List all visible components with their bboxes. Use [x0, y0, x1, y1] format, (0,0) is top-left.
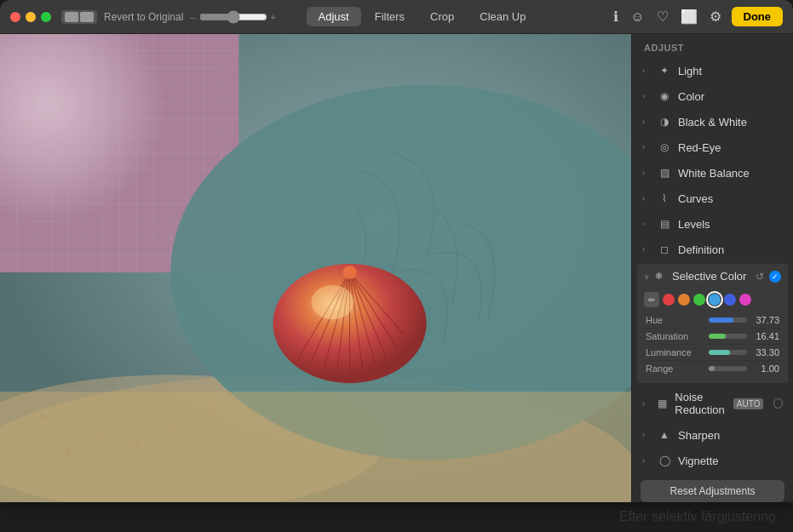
chip-red[interactable] [663, 294, 675, 306]
revert-button[interactable]: Revert to Original [104, 11, 183, 23]
hue-slider-fill [709, 317, 733, 323]
bw-label: Black & White [678, 116, 783, 129]
sharpen-label: Sharpen [678, 429, 783, 442]
selective-color-section: ∨ ❋ Selective Color ↺ ✓ ✏ [637, 264, 788, 383]
selective-color-reset-button[interactable]: ↺ [756, 271, 764, 283]
svg-point-40 [211, 407, 215, 410]
svg-point-32 [311, 285, 353, 319]
sidebar-header: ADJUST [632, 34, 793, 58]
share-icon[interactable]: ⬜ [679, 7, 699, 26]
saturation-label: Saturation [646, 331, 704, 341]
svg-point-39 [134, 440, 139, 445]
light-icon: ✦ [658, 64, 671, 77]
chevron-right-icon: › [642, 92, 651, 100]
sharpen-icon: ▲ [658, 428, 671, 442]
tab-cleanup[interactable]: Clean Up [468, 7, 537, 26]
selective-color-enabled-indicator: ✓ [769, 271, 781, 283]
wb-icon: ▨ [658, 166, 671, 180]
definition-label: Definition [678, 243, 783, 256]
caption: Efter selektiv färgjustering [0, 502, 793, 531]
sidebar-item-levels[interactable]: › ▤ Levels [632, 211, 793, 237]
svg-point-36 [101, 432, 104, 436]
luminance-value: 33.30 [752, 347, 779, 358]
vignette-icon: ◯ [658, 454, 671, 467]
curves-label: Curves [678, 192, 783, 205]
sidebar-item-sharpen[interactable]: › ▲ Sharpen [632, 422, 793, 448]
saturation-row: Saturation 16.41 [642, 329, 783, 345]
photo-area [0, 34, 631, 502]
brightness-slider-control: – + [190, 10, 276, 24]
hue-row: Hue 37.73 [642, 312, 783, 329]
view-toggle[interactable] [61, 10, 97, 24]
auto-badge: AUTO [733, 398, 764, 409]
luminance-slider-bar[interactable] [709, 350, 747, 355]
info-icon[interactable]: ℹ [612, 7, 620, 26]
luminance-row: Luminance 33.30 [642, 345, 783, 361]
chip-orange[interactable] [678, 294, 690, 306]
definition-icon: ◻ [658, 243, 671, 256]
chip-cyan[interactable] [709, 294, 721, 306]
done-button[interactable]: Done [732, 7, 784, 26]
traffic-lights [10, 12, 51, 22]
minimize-button[interactable] [26, 12, 36, 22]
redeye-icon: ◎ [658, 140, 671, 154]
selective-color-header[interactable]: ∨ ❋ Selective Color ↺ ✓ [637, 264, 788, 289]
sidebar-item-light[interactable]: › ✦ Light [632, 58, 793, 83]
sidebar-item-noise-reduction[interactable]: › ▦ Noise Reduction AUTO [632, 385, 793, 422]
main-content: ADJUST › ✦ Light › ◉ Color › ◑ Black & W… [0, 34, 793, 502]
sidebar-item-white-balance[interactable]: › ▨ White Balance [632, 160, 793, 186]
color-label: Color [678, 90, 783, 103]
chevron-right-icon: › [642, 245, 651, 254]
sidebar-item-color[interactable]: › ◉ Color [632, 83, 793, 109]
chip-green[interactable] [693, 294, 705, 306]
selective-color-icon: ❋ [655, 271, 667, 283]
range-row: Range 1.00 [642, 361, 783, 376]
svg-point-37 [65, 448, 72, 455]
light-label: Light [678, 65, 783, 77]
chevron-right-icon: › [642, 117, 651, 126]
range-slider-bar[interactable] [709, 366, 747, 371]
levels-label: Levels [678, 218, 783, 231]
maximize-button[interactable] [41, 12, 51, 22]
heart-icon[interactable]: ♡ [655, 7, 670, 26]
tools-icon[interactable]: ⚙ [708, 7, 723, 26]
saturation-slider-bar[interactable] [709, 334, 747, 339]
titlebar-right: ℹ ☺ ♡ ⬜ ⚙ Done [544, 7, 783, 26]
wb-label: White Balance [678, 167, 783, 180]
color-chips-row: ✏ [637, 289, 788, 312]
tab-adjust[interactable]: Adjust [307, 7, 361, 26]
smiley-icon[interactable]: ☺ [629, 8, 646, 26]
noise-label: Noise Reduction [675, 391, 725, 416]
sidebar-item-curves[interactable]: › ⌇ Curves [632, 186, 793, 211]
sc-sliders: Hue 37.73 Saturation 16.41 [637, 312, 788, 383]
chevron-right-icon: › [642, 169, 651, 177]
photo-image [0, 34, 631, 502]
svg-rect-34 [0, 392, 631, 502]
chevron-right-icon: › [642, 143, 651, 152]
sidebar-item-vignette[interactable]: › ◯ Vignette [632, 448, 793, 473]
chip-magenta[interactable] [739, 294, 751, 306]
range-slider-fill [709, 366, 715, 371]
chevron-down-icon: ∨ [644, 272, 650, 281]
saturation-value: 16.41 [752, 331, 779, 341]
saturation-slider-fill [709, 334, 726, 339]
sidebar-item-definition[interactable]: › ◻ Definition [632, 237, 793, 262]
brightness-slider[interactable] [199, 10, 267, 24]
chevron-right-icon: › [642, 66, 651, 75]
svg-point-35 [40, 415, 45, 420]
photo-canvas [0, 34, 631, 502]
close-button[interactable] [10, 12, 20, 22]
svg-point-38 [169, 424, 172, 427]
chip-blue[interactable] [724, 294, 736, 306]
color-icon: ◉ [658, 89, 671, 103]
pencil-tool-button[interactable]: ✏ [644, 292, 659, 307]
tab-bar: Adjust Filters Crop Clean Up [307, 7, 538, 26]
tab-filters[interactable]: Filters [363, 7, 417, 26]
tab-crop[interactable]: Crop [418, 7, 466, 26]
hue-slider-bar[interactable] [709, 317, 747, 323]
hue-value: 37.73 [752, 315, 779, 325]
range-value: 1.00 [752, 363, 779, 374]
reset-adjustments-button[interactable]: Reset Adjustments [641, 480, 784, 502]
sidebar-item-red-eye[interactable]: › ◎ Red-Eye [632, 134, 793, 160]
sidebar-item-black-white[interactable]: › ◑ Black & White [632, 109, 793, 134]
